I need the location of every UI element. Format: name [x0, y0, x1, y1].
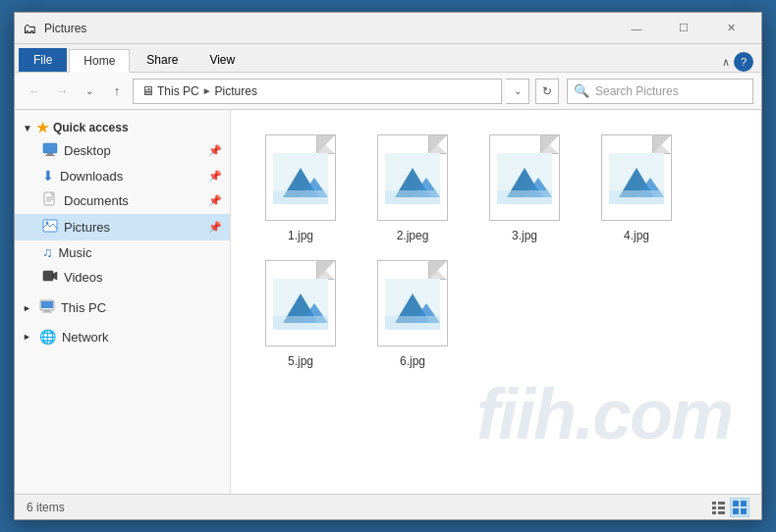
minimize-button[interactable]: —: [614, 13, 659, 44]
large-icons-view-button[interactable]: [730, 498, 749, 517]
doc-shape: [377, 134, 448, 221]
file-thumbnail-container: [597, 134, 676, 223]
svg-point-8: [46, 222, 49, 225]
svg-rect-11: [41, 301, 53, 308]
help-icon[interactable]: ?: [734, 52, 753, 72]
file-label-1jpg: 1.jpg: [288, 229, 313, 242]
file-thumbnail-container: [485, 134, 564, 223]
file-thumbnail-container: [373, 134, 452, 223]
maximize-button[interactable]: ☐: [661, 13, 706, 44]
list-view-button[interactable]: [708, 498, 728, 517]
file-item-3jpg[interactable]: 3.jpg: [471, 126, 579, 247]
tab-home[interactable]: Home: [69, 49, 130, 73]
sidebar-item-videos[interactable]: Videos: [15, 264, 230, 291]
status-bar: 6 items: [15, 494, 761, 519]
svg-rect-44: [733, 501, 739, 506]
svg-rect-2: [45, 155, 55, 156]
pictures-icon: [42, 218, 58, 237]
collapse-ribbon-icon[interactable]: ∧: [722, 56, 730, 69]
forward-button[interactable]: →: [50, 80, 74, 103]
refresh-button[interactable]: ↻: [535, 79, 559, 104]
file-area: fiih.com 1.jpg: [231, 110, 761, 494]
file-item-2jpeg[interactable]: 2.jpeg: [359, 126, 467, 247]
tab-file[interactable]: File: [19, 48, 67, 72]
mountain-image: [273, 153, 328, 204]
tab-share[interactable]: Share: [132, 48, 193, 72]
videos-label: Videos: [64, 270, 103, 285]
path-separator-1: ►: [202, 85, 212, 96]
svg-rect-45: [741, 501, 747, 506]
quick-access-header: ▼ ★ Quick access: [15, 114, 230, 137]
path-this-pc: This PC: [157, 84, 199, 98]
sidebar-item-network[interactable]: ► 🌐 Network: [15, 325, 230, 348]
file-item-1jpg[interactable]: 1.jpg: [247, 126, 355, 247]
svg-rect-13: [42, 312, 52, 313]
videos-icon: [42, 268, 58, 287]
svg-rect-37: [385, 316, 440, 330]
mountain-image: [385, 279, 440, 330]
sidebar: ▼ ★ Quick access Desktop 📌 ⬇ Downloads 📌: [15, 110, 231, 494]
title-bar-icons: 🗂: [23, 21, 36, 36]
music-label: Music: [59, 245, 92, 260]
ribbon-tabs: File Home Share View ∧ ?: [15, 44, 761, 72]
svg-rect-21: [385, 190, 440, 204]
quick-access-star-icon: ★: [36, 120, 49, 135]
file-label-6jpg: 6.jpg: [400, 354, 425, 368]
file-item-6jpg[interactable]: 6.jpg: [359, 251, 467, 373]
path-dropdown-button[interactable]: ⌄: [506, 79, 529, 104]
sidebar-item-this-pc[interactable]: ► This PC: [15, 294, 230, 321]
sidebar-item-downloads[interactable]: ⬇ Downloads 📌: [15, 164, 230, 187]
file-label-3jpg: 3.jpg: [512, 229, 537, 242]
network-icon: 🌐: [39, 329, 56, 345]
svg-rect-47: [741, 508, 747, 514]
file-thumbnail-container: [261, 134, 340, 223]
svg-rect-1: [47, 153, 53, 155]
file-item-4jpg[interactable]: 4.jpg: [582, 126, 691, 247]
file-explorer-window: 🗂 Pictures — ☐ ✕ File Home Share View ∧ …: [14, 12, 762, 520]
svg-rect-17: [273, 190, 328, 204]
downloads-icon: ⬇: [42, 168, 54, 184]
desktop-label: Desktop: [64, 143, 111, 158]
documents-icon: [42, 191, 58, 210]
back-button[interactable]: ←: [23, 80, 46, 103]
svg-rect-43: [718, 511, 725, 514]
chevron-network-icon: ►: [23, 332, 31, 342]
sidebar-item-music[interactable]: ♫ Music: [15, 240, 230, 264]
titlebar-folder-icon: 🗂: [23, 21, 36, 36]
close-button[interactable]: ✕: [708, 13, 753, 44]
svg-rect-41: [718, 502, 725, 505]
svg-rect-42: [718, 506, 725, 509]
downloads-pin-icon: 📌: [208, 170, 222, 183]
file-thumbnail-container: [261, 260, 340, 348]
file-item-5jpg[interactable]: 5.jpg: [247, 251, 355, 373]
address-bar: ← → ⌄ ↑ 🖥 This PC ► Pictures ⌄ ↻ 🔍 Searc…: [15, 73, 761, 110]
chevron-this-pc-icon: ►: [23, 303, 31, 313]
doc-shape: [601, 134, 672, 221]
window-title: Pictures: [44, 22, 614, 35]
search-box[interactable]: 🔍 Search Pictures: [567, 79, 753, 104]
ribbon: File Home Share View ∧ ?: [15, 44, 761, 73]
recent-locations-button[interactable]: ⌄: [78, 80, 101, 103]
mountain-image: [385, 153, 440, 204]
quick-access-chevron[interactable]: ▼: [23, 123, 32, 133]
path-pictures: Pictures: [215, 84, 257, 98]
sidebar-item-pictures[interactable]: Pictures 📌: [15, 214, 230, 240]
mountain-image: [497, 153, 552, 204]
this-pc-label: This PC: [61, 300, 106, 315]
tab-view[interactable]: View: [194, 48, 249, 72]
sidebar-item-desktop[interactable]: Desktop 📌: [15, 137, 230, 164]
address-path[interactable]: 🖥 This PC ► Pictures: [133, 79, 502, 104]
sidebar-item-documents[interactable]: Documents 📌: [15, 187, 230, 214]
mountain-image: [609, 153, 664, 204]
path-pc-icon: 🖥: [141, 83, 154, 98]
pictures-label: Pictures: [64, 220, 110, 235]
view-controls: [708, 498, 749, 517]
svg-rect-40: [712, 511, 716, 514]
ribbon-chevron: ∧ ?: [722, 52, 761, 72]
title-bar: 🗂 Pictures — ☐ ✕: [15, 13, 761, 44]
watermark: fiih.com: [476, 374, 732, 454]
doc-shape: [265, 134, 336, 221]
up-button[interactable]: ↑: [105, 80, 129, 103]
main-area: ▼ ★ Quick access Desktop 📌 ⬇ Downloads 📌: [15, 110, 761, 494]
documents-label: Documents: [64, 193, 129, 208]
